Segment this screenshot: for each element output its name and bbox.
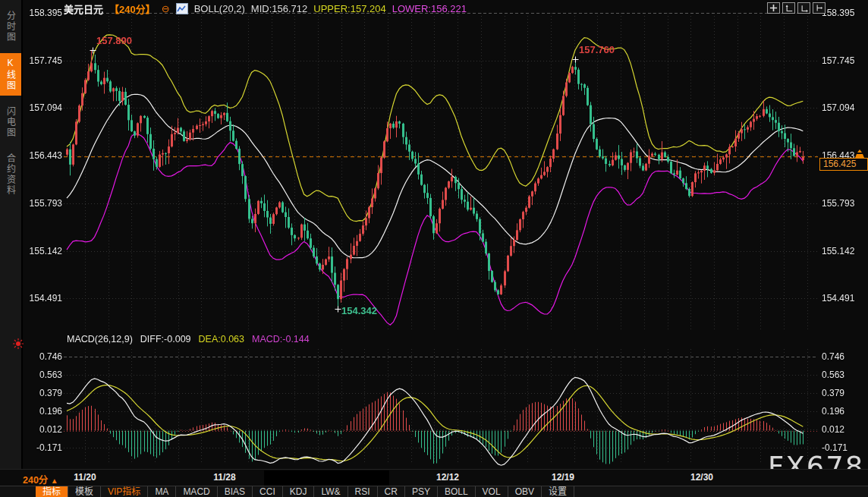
price-axis-label: 157.745 [30,55,62,66]
redacted-label [264,470,389,486]
alert-sun-icon [12,338,24,353]
sidebar-tab[interactable]: K线图 [0,53,21,96]
toolbar-button[interactable]: CR [378,486,405,497]
trading-app: 分时图 K线图 闪电图 合约资料 美元日元 【240分】 ⊖ BOLL(20,2… [0,0,868,497]
period-label[interactable]: 【240分】 [109,2,156,16]
price-annotation: 157.890 [96,35,132,46]
price-axis-label: 155.142 [822,246,854,256]
x-axis-row: 240分 ▲ 11/2011/2812/1212/1912/30 [0,469,868,486]
boll-label: BOLL(20,2) [194,3,245,14]
sidebar-tab[interactable]: 分时图 [0,6,21,47]
crosshair-icon[interactable] [767,2,780,14]
boll-mid-value: MID:156.712 [251,3,307,14]
toolbar-button[interactable]: LW& [314,486,348,497]
macd-name: MACD(26,12,9) [67,334,133,344]
toolbar-button[interactable]: OBV [508,486,542,497]
sidebar-tab[interactable]: 合约资料 [0,149,21,200]
price-axis-label: 158.395 [30,8,62,18]
date-label: 11/28 [213,472,235,483]
sidebar-tab[interactable]: 闪电图 [0,102,21,143]
sidebar-tab-label: 闪电图 [5,106,17,138]
macd-axis-label: 0.746 [39,351,62,362]
zoom-out-icon[interactable]: ⊖ [162,3,170,14]
macd-axis-label: 0.012 [822,424,844,435]
price-axis-label: 155.793 [30,198,62,209]
toolbar-button[interactable]: VOL [476,486,508,497]
macd-value: MACD:-0.144 [252,334,310,344]
macd-axis-label: -0.171 [36,442,62,453]
chart-canvas[interactable] [0,0,868,497]
price-axis-label: 157.094 [30,102,62,113]
macd-axis-label: 0.012 [39,424,62,435]
axis-scale-bottom-icon[interactable] [797,2,810,14]
toolbar-button[interactable]: 设置 [542,486,574,497]
toolbar-button[interactable]: PSY [405,486,438,497]
period-selector[interactable]: 240分 ▲ [23,472,58,486]
chart-type-sidebar: 分时图 K线图 闪电图 合约资料 [0,0,23,469]
price-axis-label: 154.491 [30,293,62,304]
price-annotation: 157.760 [579,44,615,55]
chart-tool-icons [767,2,826,14]
toolbar-button[interactable]: CCI [253,486,283,497]
indicator-chart-icon [176,3,188,14]
price-annotation: 154.342 [341,305,377,316]
price-axis-label: 155.142 [30,246,62,256]
axis-scale-left-icon[interactable] [782,2,795,14]
toolbar-button[interactable]: 模板 [68,486,101,497]
macd-axis-label: 0.746 [822,351,844,362]
toolbar-button[interactable]: BOLL [438,486,476,497]
symbol-name: 美元日元 [64,2,103,16]
macd-diff-value: DIFF:-0.009 [140,334,191,344]
price-axis-label: 157.094 [822,102,854,113]
boll-upper-value: UPPER:157.204 [313,3,385,14]
date-label: 12/19 [552,472,574,483]
price-axis-label: 156.443 [30,150,62,161]
price-axis-label: 154.491 [822,293,854,304]
macd-axis-label: -0.171 [822,442,848,453]
toolbar-button[interactable]: RSI [348,486,378,497]
sidebar-tab-label: 合约资料 [5,153,17,196]
boll-lower-value: LOWER:156.221 [392,3,467,14]
macd-axis-label: 0.196 [39,406,62,417]
price-axis-label: 158.395 [822,8,854,18]
toolbar-button[interactable]: 指标 [36,486,68,497]
macd-axis-label: 0.379 [822,388,844,398]
date-label: 12/12 [436,472,459,483]
toolbar-button[interactable]: VIP指标 [101,486,148,497]
indicator-toolbar: 指标模板VIP指标MAMACDBIASCCIKDJLW&RSICRPSYBOLL… [0,486,868,497]
price-axis-label: 155.793 [822,198,854,209]
sidebar-tab-label: 分时图 [5,11,17,42]
sidebar-tab-label: K线图 [5,58,17,91]
chart-titlebar: 美元日元 【240分】 ⊖ BOLL(20,2) MID:156.712 UPP… [64,2,467,15]
date-label: 12/30 [690,472,713,483]
macd-axis-label: 0.196 [822,406,844,417]
toolbar-button[interactable]: MA [148,486,176,497]
price-marker-icon [854,148,865,162]
toolbar-button[interactable]: MACD [176,486,217,497]
macd-axis-label: 0.563 [39,370,62,380]
toolbar-button[interactable]: BIAS [218,486,253,497]
toolbar-button[interactable]: KDJ [283,486,315,497]
date-label: 11/20 [74,472,96,483]
macd-dea-value: DEA:0.063 [199,334,244,344]
macd-axis-label: 0.563 [822,370,844,380]
price-axis-label: 157.745 [822,55,854,66]
axis-scale-right-icon[interactable] [813,2,826,14]
macd-header: MACD(26,12,9) DIFF:-0.009 DEA:0.063 MACD… [67,334,310,344]
period-selector-label: 240分 [23,475,48,486]
triangle-up-icon: ▲ [51,477,58,485]
macd-axis-label: 0.379 [39,388,62,398]
